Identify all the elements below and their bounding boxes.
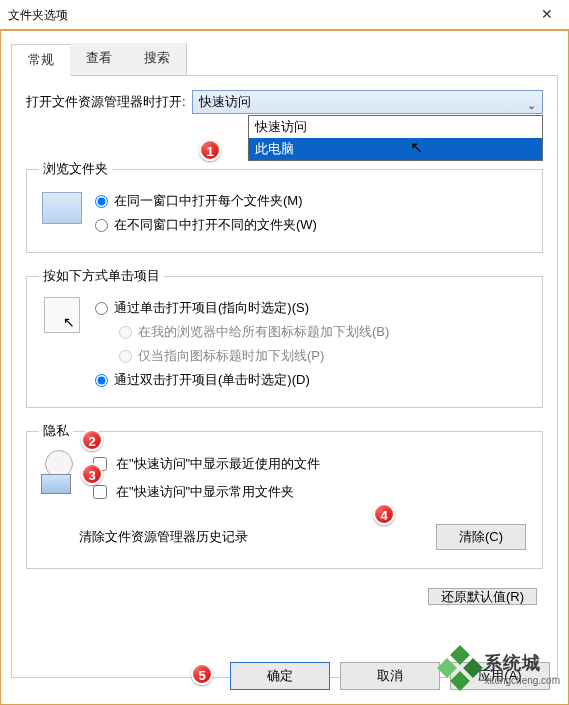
radio-single-click-label: 通过单击打开项目(指向时选定)(S) — [114, 299, 309, 317]
restore-defaults-button[interactable]: 还原默认值(R) — [428, 588, 537, 605]
title-bar: 文件夹选项 ✕ — [0, 0, 569, 30]
dropdown-option-this-pc[interactable]: 此电脑 — [249, 138, 542, 160]
radio-same-window-label: 在同一窗口中打开每个文件夹(M) — [114, 192, 303, 210]
checkbox-frequent-folders[interactable]: 在"快速访问"中显示常用文件夹 — [89, 482, 530, 502]
annotation-marker-4: 4 — [373, 503, 395, 525]
radio-underline-point: 仅当指向图标标题时加下划线(P) — [119, 347, 530, 365]
click-items-legend: 按如下方式单击项目 — [39, 267, 164, 285]
annotation-marker-1: 1 — [199, 139, 221, 161]
dropdown-option-quick-access[interactable]: 快速访问 — [249, 116, 542, 138]
click-icon — [39, 295, 85, 335]
cursor-icon: ↖ — [410, 138, 423, 157]
clear-history-label: 清除文件资源管理器历史记录 — [79, 528, 248, 546]
radio-underline-point-input — [119, 350, 132, 363]
watermark-url: xitongcheng.com — [484, 675, 560, 686]
open-with-label: 打开文件资源管理器时打开: — [26, 93, 186, 111]
open-with-row: 打开文件资源管理器时打开: 快速访问 ⌄ 快速访问 此电脑 ↖ — [26, 90, 543, 114]
tab-content: 打开文件资源管理器时打开: 快速访问 ⌄ 快速访问 此电脑 ↖ 浏览文件夹 在同… — [11, 76, 558, 678]
annotation-marker-2: 2 — [81, 429, 103, 451]
radio-same-window[interactable]: 在同一窗口中打开每个文件夹(M) — [95, 192, 530, 210]
tab-strip: 常规 查看 搜索 — [11, 43, 558, 76]
dialog-body: 常规 查看 搜索 打开文件资源管理器时打开: 快速访问 ⌄ 快速访问 此电脑 ↖… — [0, 30, 569, 705]
checkbox-recent-files-label: 在"快速访问"中显示最近使用的文件 — [116, 455, 320, 473]
radio-underline-all: 在我的浏览器中给所有图标标题加下划线(B) — [119, 323, 530, 341]
clear-history-row: 清除文件资源管理器历史记录 清除(C) — [79, 524, 526, 550]
radio-double-click[interactable]: 通过双击打开项目(单击时选定)(D) — [95, 371, 530, 389]
window-title: 文件夹选项 — [8, 8, 68, 22]
radio-underline-all-label: 在我的浏览器中给所有图标标题加下划线(B) — [138, 323, 389, 341]
privacy-icon — [39, 450, 79, 494]
watermark: 系统城 xitongcheng.com — [442, 650, 560, 686]
radio-diff-window-label: 在不同窗口中打开不同的文件夹(W) — [114, 216, 317, 234]
open-with-dropdown: 快速访问 此电脑 — [248, 115, 543, 161]
radio-diff-window-input[interactable] — [95, 219, 108, 232]
clear-button[interactable]: 清除(C) — [436, 524, 526, 550]
privacy-legend: 隐私 — [39, 422, 73, 440]
watermark-text: 系统城 xitongcheng.com — [484, 651, 560, 686]
chevron-down-icon: ⌄ — [527, 94, 536, 116]
annotation-marker-3: 3 — [81, 463, 103, 485]
open-with-combo[interactable]: 快速访问 ⌄ — [192, 90, 543, 114]
checkbox-frequent-folders-label: 在"快速访问"中显示常用文件夹 — [116, 483, 294, 501]
radio-underline-all-input — [119, 326, 132, 339]
cancel-button[interactable]: 取消 — [340, 662, 440, 690]
watermark-title: 系统城 — [484, 651, 560, 675]
browse-folders-group: 浏览文件夹 在同一窗口中打开每个文件夹(M) 在不同窗口中打开不同的文件夹(W) — [26, 160, 543, 253]
privacy-group: 隐私 在"快速访问"中显示最近使用的文件 在"快速访问"中显示常用文件夹 — [26, 422, 543, 569]
watermark-logo-icon — [442, 650, 478, 686]
radio-single-click[interactable]: 通过单击打开项目(指向时选定)(S) — [95, 299, 530, 317]
radio-double-click-input[interactable] — [95, 374, 108, 387]
tab-search[interactable]: 搜索 — [128, 43, 187, 75]
close-button[interactable]: ✕ — [524, 0, 569, 30]
radio-single-click-input[interactable] — [95, 302, 108, 315]
click-items-group: 按如下方式单击项目 通过单击打开项目(指向时选定)(S) 在我的浏览器中给所有图… — [26, 267, 543, 408]
radio-double-click-label: 通过双击打开项目(单击时选定)(D) — [114, 371, 310, 389]
combo-selected-text: 快速访问 — [199, 94, 251, 109]
folder-icon — [39, 188, 85, 228]
tab-general[interactable]: 常规 — [11, 44, 71, 76]
checkbox-frequent-folders-input[interactable] — [93, 485, 107, 499]
close-icon: ✕ — [541, 6, 553, 22]
tab-view[interactable]: 查看 — [70, 43, 129, 75]
restore-defaults-row: 还原默认值(R) — [26, 585, 537, 609]
radio-underline-point-label: 仅当指向图标标题时加下划线(P) — [138, 347, 324, 365]
radio-diff-window[interactable]: 在不同窗口中打开不同的文件夹(W) — [95, 216, 530, 234]
browse-folders-legend: 浏览文件夹 — [39, 160, 112, 178]
checkbox-recent-files[interactable]: 在"快速访问"中显示最近使用的文件 — [89, 454, 530, 474]
ok-button[interactable]: 确定 — [230, 662, 330, 690]
radio-same-window-input[interactable] — [95, 195, 108, 208]
annotation-marker-5: 5 — [191, 663, 213, 685]
